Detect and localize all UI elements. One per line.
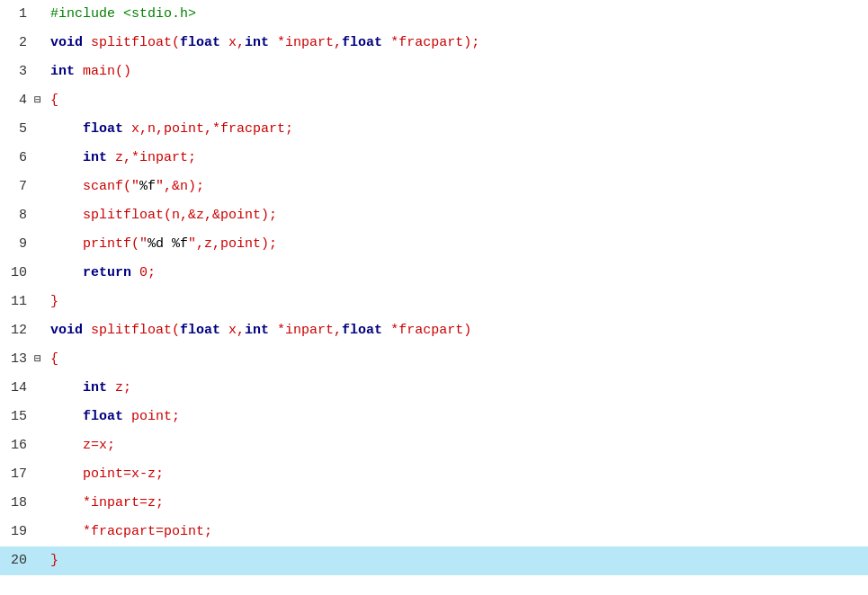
line-content: int z,*inpart; (49, 145, 868, 172)
line-content: float x,n,point,*fracpart; (49, 116, 868, 143)
code-line: 20 } (0, 546, 868, 575)
line-content: } (49, 289, 868, 315)
line-number: 7 (0, 173, 34, 200)
code-line: 11 } (0, 288, 868, 316)
code-line: 13⊟{ (0, 345, 868, 374)
line-content: point=x-z; (49, 461, 868, 488)
code-line: 12 void splitfloat(float x,int *inpart,f… (0, 316, 868, 345)
line-number: 2 (0, 30, 34, 57)
line-content: *inpart=z; (49, 490, 868, 517)
line-content: void splitfloat(float x,int *inpart,floa… (49, 30, 868, 57)
code-line: 3 int main() (0, 58, 868, 86)
line-content: } (49, 547, 868, 574)
line-number: 18 (0, 490, 34, 517)
code-line: 9 printf("%d %f",z,point); (0, 230, 868, 259)
line-number: 15 (0, 404, 34, 431)
line-number: 14 (0, 375, 34, 402)
line-content: #include <stdio.h> (49, 1, 868, 28)
line-number: 8 (0, 202, 34, 229)
line-content: int z; (49, 375, 868, 402)
code-line: 5 float x,n,point,*fracpart; (0, 115, 868, 144)
line-number: 10 (0, 260, 34, 287)
code-line: 17 point=x-z; (0, 460, 868, 489)
line-content: printf("%d %f",z,point); (49, 231, 868, 258)
code-line: 4⊟{ (0, 86, 868, 115)
code-line: 2 void splitfloat(float x,int *inpart,fl… (0, 29, 868, 58)
line-content: int main() (49, 58, 868, 85)
code-line: 15 float point; (0, 403, 868, 431)
line-fold-marker[interactable]: ⊟ (34, 346, 49, 373)
code-line: 14 int z; (0, 374, 868, 403)
line-number: 12 (0, 317, 34, 344)
code-line: 16 z=x; (0, 431, 868, 460)
line-number: 13 (0, 346, 34, 373)
line-number: 5 (0, 116, 34, 143)
line-content: float point; (49, 404, 868, 431)
line-number: 19 (0, 519, 34, 546)
line-number: 6 (0, 145, 34, 172)
line-number: 3 (0, 58, 34, 85)
code-line: 1 #include <stdio.h> (0, 0, 868, 29)
line-number: 4 (0, 87, 34, 114)
code-editor: 1 #include <stdio.h>2 void splitfloat(fl… (0, 0, 868, 595)
line-content: return 0; (49, 260, 868, 287)
line-number: 17 (0, 461, 34, 488)
line-content: { (49, 346, 868, 373)
line-content: *fracpart=point; (49, 519, 868, 546)
line-content: z=x; (49, 432, 868, 459)
line-number: 16 (0, 432, 34, 459)
code-line: 19 *fracpart=point; (0, 518, 868, 546)
line-content: void splitfloat(float x,int *inpart,floa… (49, 317, 868, 344)
line-number: 1 (0, 1, 34, 28)
line-content: splitfloat(n,&z,&point); (49, 202, 868, 229)
line-number: 9 (0, 231, 34, 258)
code-line: 8 splitfloat(n,&z,&point); (0, 201, 868, 230)
line-number: 20 (0, 547, 34, 574)
line-content: scanf("%f",&n); (49, 173, 868, 200)
line-content: { (49, 87, 868, 114)
code-line: 6 int z,*inpart; (0, 144, 868, 173)
line-fold-marker[interactable]: ⊟ (34, 87, 49, 114)
line-number: 11 (0, 289, 34, 315)
code-line: 18 *inpart=z; (0, 489, 868, 518)
code-line: 7 scanf("%f",&n); (0, 173, 868, 201)
code-line: 10 return 0; (0, 259, 868, 288)
